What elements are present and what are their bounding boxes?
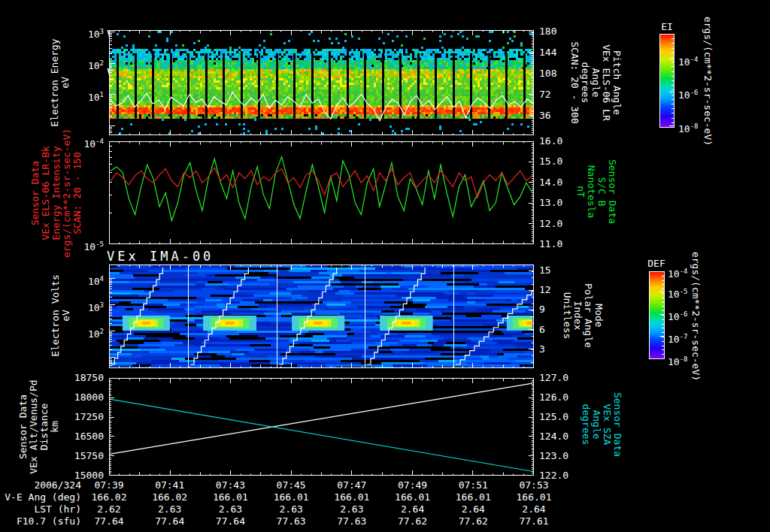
footer-value: 77.64 [79,516,139,527]
ei-colorbar [659,34,675,128]
time-label: 07:53 [504,480,564,491]
footer-value: 2.63 [140,504,200,515]
footer-row-label: V-E Ang (deg) [0,492,81,503]
footer-value: 2.63 [322,504,382,515]
footer-row-label: LST (hr) [0,504,81,515]
time-label: 07:47 [322,480,382,491]
footer-value: 166.01 [504,492,564,503]
footer-value: 2.63 [200,504,260,515]
footer-value: 166.01 [443,492,503,503]
footer-value: 166.01 [322,492,382,503]
footer-date: 2006/324 [0,480,81,491]
ei-colorbar-tick-label: 10-6 [678,87,713,101]
footer-value: 2.64 [504,504,564,515]
time-label: 07:41 [140,480,200,491]
footer-value: 166.01 [200,492,260,503]
time-label: 07:45 [261,480,321,491]
orbit-lines-canvas [109,378,534,476]
footer-value: 77.64 [140,516,200,527]
footer-value: 77.62 [443,516,503,527]
footer-value: 2.63 [261,504,321,515]
def-colorbar [649,271,665,359]
footer-value: 77.63 [261,516,321,527]
footer-value: 2.64 [383,504,443,515]
ima-panel-title: VEx IMA-00 [107,250,214,263]
ei-colorbar-title: EI [659,22,675,32]
def-colorbar-tick-label: 10-5 [668,286,702,300]
ei-colorbar-tick-label: 10-4 [678,54,713,68]
time-label: 07:43 [200,480,260,491]
footer-row-label: F10.7 (sfu) [0,516,81,527]
footer-value: 77.64 [200,516,260,527]
intensity-lines-canvas [109,141,534,244]
time-label: 07:51 [443,480,503,491]
ima-spectrogram-canvas [109,264,534,368]
footer-value: 77.61 [504,516,564,527]
time-label: 07:49 [383,480,443,491]
footer-value: 2.62 [79,504,139,515]
footer-value: 77.62 [383,516,443,527]
def-colorbar-title: DEF [645,258,668,269]
def-colorbar-tick-label: 10-7 [668,331,702,345]
footer-value: 77.63 [322,516,382,527]
ei-colorbar-tick-label: 10-8 [678,121,713,135]
footer-value: 166.01 [383,492,443,503]
def-colorbar-tick-label: 10-8 [668,354,702,367]
footer-value: 166.02 [140,492,200,503]
footer-value: 166.01 [261,492,321,503]
def-colorbar-tick-label: 10-4 [668,266,702,280]
els-spectrogram-canvas [109,30,534,135]
orbit-right-axis-label: Sensor Data VEx SZA Angle degrees [581,274,623,532]
spacecraft-data-plot-page: { "panels": { "els": { "titles": ["VEx E… [0,0,770,532]
footer-value: 166.02 [79,492,139,503]
time-label: 07:39 [79,480,139,491]
def-colorbar-tick-label: 10-6 [668,309,702,322]
ei-colorbar-unit: ergs/(cm**2-sr-sec-eV) [702,0,713,231]
footer-value: 2.64 [443,504,503,515]
